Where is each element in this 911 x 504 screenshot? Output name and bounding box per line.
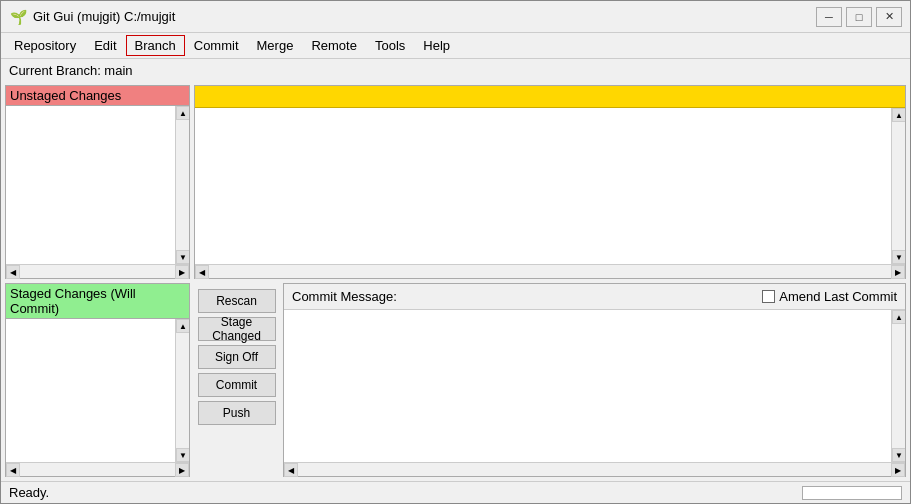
unstaged-panel: Unstaged Changes ▲ ▼ ◀ ▶ <box>5 85 190 279</box>
minimize-button[interactable]: ─ <box>816 7 842 27</box>
action-buttons: Rescan Stage Changed Sign Off Commit Pus… <box>194 283 279 477</box>
bottom-pane: Staged Changes (Will Commit) ▲ ▼ ◀ ▶ <box>5 283 906 477</box>
diff-top-hscroll-right[interactable]: ▶ <box>891 265 905 279</box>
window-controls: ─ □ ✕ <box>816 7 902 27</box>
unstaged-vscroll-down[interactable]: ▼ <box>176 250 189 264</box>
rescan-button[interactable]: Rescan <box>198 289 276 313</box>
unstaged-scroll-content[interactable] <box>6 106 175 264</box>
amend-checkbox[interactable] <box>762 290 775 303</box>
diff-top-hscroll: ◀ ▶ <box>195 264 905 278</box>
menu-remote[interactable]: Remote <box>302 35 366 56</box>
staged-vscroll-down[interactable]: ▼ <box>176 448 189 462</box>
push-button[interactable]: Push <box>198 401 276 425</box>
commit-message-panel: Commit Message: Amend Last Commit ▲ ▼ <box>283 283 906 477</box>
staged-vscroll-up[interactable]: ▲ <box>176 319 189 333</box>
staged-vscroll-track[interactable] <box>176 333 189 448</box>
commit-message-hscroll: ◀ ▶ <box>284 462 905 476</box>
menu-tools[interactable]: Tools <box>366 35 414 56</box>
menu-commit[interactable]: Commit <box>185 35 248 56</box>
diff-top-vscroll[interactable]: ▲ ▼ <box>891 108 905 264</box>
sign-off-button[interactable]: Sign Off <box>198 345 276 369</box>
diff-yellow-bar <box>195 86 905 108</box>
stage-changed-button[interactable]: Stage Changed <box>198 317 276 341</box>
staged-hscroll-track[interactable] <box>20 463 175 476</box>
window-title: Git Gui (mujgit) C:/mujgit <box>33 9 816 24</box>
unstaged-vscroll-track[interactable] <box>176 120 189 250</box>
diff-top-scroll-content[interactable] <box>195 108 891 264</box>
commit-message-content-area: ▲ ▼ <box>284 310 905 462</box>
amend-last-commit-label[interactable]: Amend Last Commit <box>762 289 897 304</box>
branch-info: Current Branch: main <box>1 59 910 81</box>
commit-msg-hscroll-track[interactable] <box>298 463 891 476</box>
unstaged-hscroll-left[interactable]: ◀ <box>6 265 20 279</box>
maximize-button[interactable]: □ <box>846 7 872 27</box>
unstaged-header: Unstaged Changes <box>6 86 189 106</box>
menu-help[interactable]: Help <box>414 35 459 56</box>
status-bar: Ready. <box>1 481 910 503</box>
menu-bar: Repository Edit Branch Commit Merge Remo… <box>1 33 910 59</box>
commit-msg-hscroll-left[interactable]: ◀ <box>284 463 298 477</box>
menu-repository[interactable]: Repository <box>5 35 85 56</box>
menu-branch[interactable]: Branch <box>126 35 185 56</box>
amend-label-text: Amend Last Commit <box>779 289 897 304</box>
commit-msg-hscroll-right[interactable]: ▶ <box>891 463 905 477</box>
unstaged-vscroll[interactable]: ▲ ▼ <box>175 106 189 264</box>
diff-top-vscroll-track[interactable] <box>892 122 905 250</box>
app-icon: 🌱 <box>9 8 27 26</box>
menu-edit[interactable]: Edit <box>85 35 125 56</box>
main-window: 🌱 Git Gui (mujgit) C:/mujgit ─ □ ✕ Repos… <box>0 0 911 504</box>
unstaged-hscroll: ◀ ▶ <box>6 264 189 278</box>
staged-scroll-content[interactable] <box>6 319 175 462</box>
commit-button[interactable]: Commit <box>198 373 276 397</box>
diff-top-hscroll-left[interactable]: ◀ <box>195 265 209 279</box>
staged-hscroll-left[interactable]: ◀ <box>6 463 20 477</box>
branch-info-text: Current Branch: main <box>9 63 133 78</box>
commit-msg-vscroll-track[interactable] <box>892 324 905 448</box>
menu-merge[interactable]: Merge <box>248 35 303 56</box>
status-progress-bar <box>802 486 902 500</box>
staged-hscroll-right[interactable]: ▶ <box>175 463 189 477</box>
commit-msg-vscroll-up[interactable]: ▲ <box>892 310 905 324</box>
diff-top-hscroll-track[interactable] <box>209 265 891 278</box>
top-pane: Unstaged Changes ▲ ▼ ◀ ▶ <box>5 85 906 279</box>
diff-top-vscroll-up[interactable]: ▲ <box>892 108 905 122</box>
staged-hscroll: ◀ ▶ <box>6 462 189 476</box>
status-text: Ready. <box>9 485 49 500</box>
commit-message-vscroll[interactable]: ▲ ▼ <box>891 310 905 462</box>
close-button[interactable]: ✕ <box>876 7 902 27</box>
unstaged-hscroll-right[interactable]: ▶ <box>175 265 189 279</box>
staged-vscroll[interactable]: ▲ ▼ <box>175 319 189 462</box>
commit-message-header: Commit Message: Amend Last Commit <box>284 284 905 310</box>
staged-panel: Staged Changes (Will Commit) ▲ ▼ ◀ ▶ <box>5 283 190 477</box>
commit-msg-vscroll-down[interactable]: ▼ <box>892 448 905 462</box>
diff-top-content-area: ▲ ▼ <box>195 108 905 264</box>
diff-top-vscroll-down[interactable]: ▼ <box>892 250 905 264</box>
unstaged-hscroll-track[interactable] <box>20 265 175 278</box>
main-content: Unstaged Changes ▲ ▼ ◀ ▶ <box>1 81 910 481</box>
unstaged-vscroll-up[interactable]: ▲ <box>176 106 189 120</box>
staged-content-area: ▲ ▼ <box>6 319 189 462</box>
diff-panel-top: ▲ ▼ ◀ ▶ <box>194 85 906 279</box>
title-bar: 🌱 Git Gui (mujgit) C:/mujgit ─ □ ✕ <box>1 1 910 33</box>
unstaged-content-area: ▲ ▼ <box>6 106 189 264</box>
commit-message-text-area[interactable] <box>284 310 891 462</box>
commit-message-label: Commit Message: <box>292 289 397 304</box>
staged-header: Staged Changes (Will Commit) <box>6 284 189 319</box>
